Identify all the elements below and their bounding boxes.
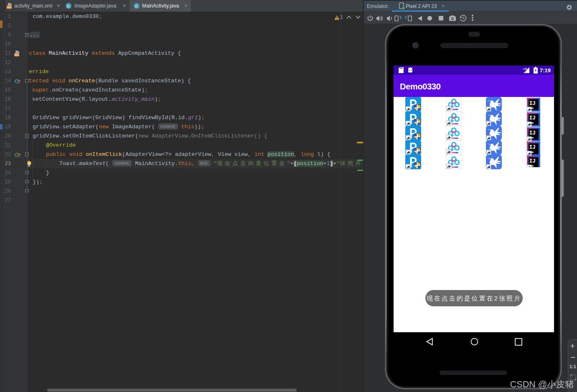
svg-text:C: C	[67, 4, 70, 8]
svg-text:C: C	[135, 4, 138, 8]
svg-text:<>: <>	[8, 5, 11, 9]
svg-text:LTE: LTE	[523, 68, 527, 70]
svg-text:<>: <>	[15, 53, 19, 57]
